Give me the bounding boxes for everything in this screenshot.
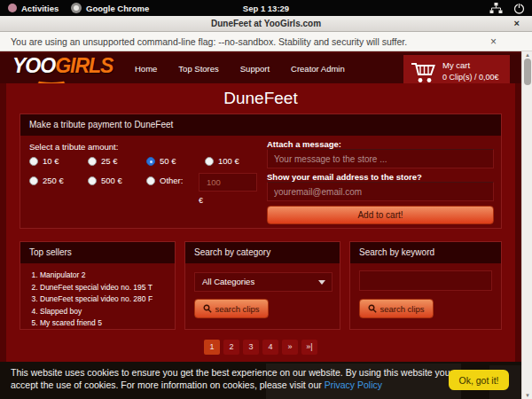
tribute-panel-header: Make a tribute payment to DuneFeet: [20, 114, 501, 136]
currency-symbol: €: [199, 196, 203, 205]
cookie-accept-button[interactable]: Ok, got it!: [449, 370, 509, 390]
amount-option-50[interactable]: 50 €: [146, 156, 182, 166]
logo-part2: GIRLS: [55, 54, 113, 77]
search-clips-keyword-button[interactable]: search clips: [359, 299, 434, 318]
radio-icon[interactable]: [88, 176, 97, 185]
amount-option-250[interactable]: 250 €: [29, 176, 65, 185]
tribute-panel: Make a tribute payment to DuneFeet Selec…: [20, 113, 502, 229]
radio-icon[interactable]: [88, 157, 97, 166]
cookie-message: This website uses cookies to ensure you …: [11, 366, 450, 391]
search-icon: [368, 304, 377, 313]
search-icon: [203, 304, 212, 313]
window-close-icon[interactable]: ×: [514, 18, 520, 28]
category-search-panel: Search by category All Categories search…: [184, 241, 340, 330]
radio-icon[interactable]: [29, 157, 38, 166]
amount-row-2: 250 € 500 € Other:: [29, 176, 182, 185]
top-sellers-panel: Top sellers Manipulator 2 DuneFeet speci…: [20, 241, 176, 330]
window-titlebar: DuneFeet at YooGirls.com ×: [0, 16, 532, 32]
email-input[interactable]: [267, 182, 494, 201]
window-title: DuneFeet at YooGirls.com: [0, 19, 532, 28]
top-seller-item[interactable]: DuneFeet special video no. 195 T: [40, 283, 153, 292]
top-sellers-list: Manipulator 2 DuneFeet special video no.…: [40, 270, 153, 331]
nav-home[interactable]: Home: [135, 64, 157, 74]
scroll-down-icon[interactable]: ▼: [522, 393, 532, 398]
search-clips-category-button[interactable]: search clips: [194, 299, 269, 318]
top-sellers-header: Top sellers: [20, 242, 175, 263]
cart-icon: [411, 61, 437, 84]
logo-part1: YOO: [12, 54, 55, 77]
flag-warning-close-icon[interactable]: ×: [490, 35, 497, 48]
amount-option-25[interactable]: 25 €: [88, 156, 123, 166]
top-seller-item[interactable]: Slapped boy: [40, 307, 153, 316]
search-clips-label: search clips: [215, 304, 259, 314]
category-select[interactable]: All Categories: [194, 272, 332, 292]
flag-warning-bar: You are using an unsupported command-lin…: [0, 32, 532, 51]
nav-support[interactable]: Support: [240, 64, 270, 74]
radio-checked-icon[interactable]: [146, 157, 155, 166]
keyword-search-header: Search by keyword: [350, 242, 501, 263]
amount-option-100[interactable]: 100 €: [205, 156, 240, 166]
browser-scrollbar[interactable]: ▲ ▼: [521, 51, 532, 399]
cookie-bar: This website uses cookies to ensure you …: [0, 362, 521, 399]
privacy-policy-link[interactable]: Privacy Policy: [325, 379, 382, 390]
content-container: DuneFeet Make a tribute payment to DuneF…: [6, 83, 515, 362]
keyword-input[interactable]: [359, 270, 492, 291]
amount-option-label: Other:: [160, 176, 183, 185]
amount-row-1: 10 € 25 € 50 € 100 €: [29, 156, 240, 166]
message-input[interactable]: [267, 149, 494, 168]
top-seller-item[interactable]: DuneFeet special video no. 280 F: [40, 294, 153, 303]
message-label: Attach a message:: [267, 139, 341, 149]
amount-option-other[interactable]: Other:: [146, 176, 182, 185]
radio-icon[interactable]: [205, 157, 214, 166]
amount-option-10[interactable]: 10 €: [29, 156, 65, 166]
amount-option-500[interactable]: 500 €: [88, 176, 123, 185]
scrollbar-thumb[interactable]: [524, 59, 531, 85]
amount-option-label: 100 €: [218, 156, 239, 166]
page-button-1[interactable]: 1: [204, 340, 220, 355]
top-seller-item[interactable]: Manipulator 2: [40, 270, 153, 279]
page-button-4[interactable]: 4: [262, 340, 278, 355]
pagination: 1 2 3 4 » »|: [6, 340, 515, 355]
keyword-search-panel: Search by keyword search clips: [349, 241, 502, 330]
category-select-value: All Categories: [202, 277, 254, 286]
cookie-text: This website uses cookies to ensure you …: [11, 367, 450, 390]
system-bar: Activities Google Chrome Sep 1 13:29: [0, 0, 532, 16]
amount-label: Select a tribute amount:: [29, 142, 118, 152]
cart-summary: 0 Clip(s) / 0,00€: [442, 73, 499, 82]
main-nav: Home Top Stores Support Creator Admin: [135, 53, 345, 83]
radio-icon[interactable]: [146, 176, 155, 185]
page-button-3[interactable]: 3: [243, 340, 259, 355]
page-button-next[interactable]: »: [282, 340, 298, 355]
nav-top-stores[interactable]: Top Stores: [178, 64, 218, 74]
page-button-last[interactable]: »|: [301, 340, 317, 355]
site-header: YOOGIRLS Home Top Stores Support Creator…: [0, 53, 521, 83]
page-button-2[interactable]: 2: [223, 340, 239, 355]
page-title: DuneFeet: [6, 89, 515, 108]
search-clips-label: search clips: [379, 304, 424, 314]
site-logo[interactable]: YOOGIRLS: [12, 54, 113, 78]
category-search-header: Search by category: [185, 242, 340, 263]
amount-option-label: 250 €: [43, 176, 64, 185]
network-icon[interactable]: [489, 3, 503, 13]
scroll-up-icon[interactable]: ▲: [522, 52, 532, 58]
screen: Activities Google Chrome Sep 1 13:29 Dun…: [0, 0, 532, 399]
other-amount-input[interactable]: [199, 173, 257, 192]
clock[interactable]: Sep 1 13:29: [0, 4, 532, 13]
flag-warning-message: You are using an unsupported command-lin…: [11, 36, 407, 47]
add-to-cart-button[interactable]: Add to cart!: [267, 206, 494, 224]
amount-option-label: 500 €: [101, 176, 122, 185]
amount-option-label: 50 €: [160, 156, 176, 166]
nav-creator-admin[interactable]: Creator Admin: [291, 64, 345, 74]
email-label: Show your email address to the store?: [267, 172, 422, 182]
power-icon[interactable]: [513, 3, 525, 14]
chevron-down-icon: [318, 280, 325, 285]
radio-icon[interactable]: [29, 176, 38, 185]
cart-title: My cart: [442, 60, 470, 70]
amount-option-label: 10 €: [43, 156, 59, 166]
top-seller-item[interactable]: My scared friend 5: [40, 318, 153, 327]
amount-option-label: 25 €: [101, 156, 118, 166]
